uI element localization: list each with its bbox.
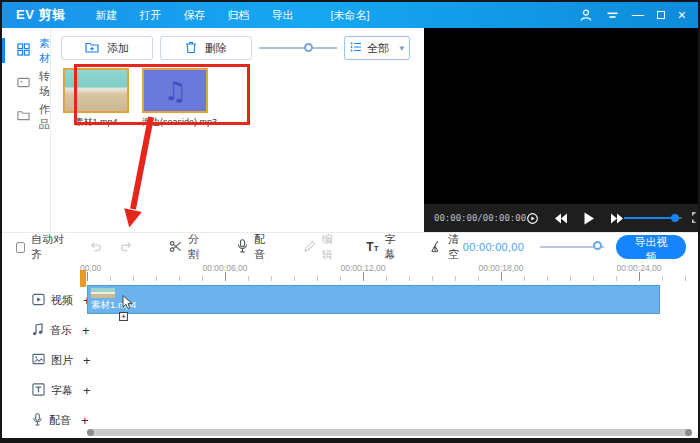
- material-cards: 素材1.mp4 ♫ 海边(seaside).mp3: [63, 68, 208, 129]
- timeline-zoom-slider[interactable]: [540, 237, 604, 257]
- text-icon: TT: [366, 240, 378, 254]
- redo-icon[interactable]: [120, 240, 133, 254]
- slider-track: [259, 47, 337, 49]
- ruler-label: 00:00:18,00: [479, 263, 524, 273]
- menu-export[interactable]: 导出: [271, 8, 293, 23]
- close-button[interactable]: ×: [678, 8, 686, 22]
- track-head: 视频 +: [32, 293, 91, 308]
- track-row-image: 图片 +: [2, 345, 698, 375]
- add-subtitle-button[interactable]: +: [83, 384, 91, 397]
- undo-icon[interactable]: [89, 240, 102, 254]
- edit-toolbar: 自动对齐 分割 配音 编辑 TT 字幕 清空 00:00:00,00: [2, 232, 698, 261]
- playhead-handle[interactable]: [80, 270, 86, 287]
- menu-open[interactable]: 打开: [139, 8, 161, 23]
- trash-icon: [185, 41, 197, 56]
- fullscreen-icon[interactable]: [692, 209, 700, 227]
- chevron-down-icon: ▾: [399, 43, 404, 53]
- timeline-clip[interactable]: 素材1.mp4 +: [87, 285, 660, 314]
- playback-controls: 00:00:00/00:00:00: [424, 204, 700, 232]
- delete-material-button[interactable]: 删除: [160, 36, 252, 60]
- playback-time: 00:00:00/00:00:00: [434, 213, 526, 223]
- dub-button[interactable]: 配音: [237, 232, 269, 262]
- pencil-icon: [303, 240, 316, 255]
- menu-new[interactable]: 新建: [95, 8, 117, 23]
- video-thumbnail: [63, 68, 129, 113]
- materials-panel: 添加 删除 全部 ▾ 素材1.mp4: [51, 28, 424, 232]
- preview-panel: 00:00:00/00:00:00: [424, 28, 700, 232]
- rewind-icon[interactable]: [554, 213, 568, 224]
- menu-save[interactable]: 保存: [183, 8, 205, 23]
- microphone-icon: [237, 239, 248, 255]
- auto-align-checkbox[interactable]: [16, 242, 25, 253]
- track-head: 音乐 +: [32, 323, 90, 338]
- export-video-button[interactable]: 导出视频: [616, 235, 686, 259]
- subtitle-button[interactable]: TT 字幕: [366, 232, 399, 262]
- track-row-subtitle: 字幕 +: [2, 375, 698, 405]
- sidebar-item-materials[interactable]: 素材: [2, 34, 50, 67]
- sidebar-item-transitions[interactable]: 转场: [2, 67, 50, 100]
- sidebar-item-label: 作品: [39, 102, 50, 132]
- loop-icon[interactable]: [526, 212, 539, 225]
- ruler-ticks[interactable]: [87, 272, 694, 281]
- sidebar-item-label: 素材: [39, 36, 50, 66]
- folder-add-icon: [85, 41, 99, 56]
- subtitle-track-icon: [32, 383, 45, 398]
- slide-icon: [17, 76, 30, 91]
- split-button[interactable]: 分割: [169, 232, 203, 262]
- filter-value: 全部: [367, 41, 389, 56]
- menu-lines-icon[interactable]: [606, 9, 619, 21]
- minimize-button[interactable]: —: [632, 9, 644, 21]
- horizontal-scrollbar[interactable]: [87, 429, 692, 436]
- add-image-button[interactable]: +: [83, 354, 91, 367]
- filter-dropdown[interactable]: 全部 ▾: [344, 36, 410, 60]
- clear-button[interactable]: 清空: [429, 232, 463, 262]
- left-sidebar: 素材 转场 作品: [2, 28, 51, 232]
- volume-thumb[interactable]: [671, 214, 679, 222]
- video-display: [424, 28, 700, 204]
- material-card-video[interactable]: 素材1.mp4: [63, 68, 129, 129]
- add-material-label: 添加: [107, 41, 129, 56]
- broom-icon: [429, 240, 442, 255]
- slider-thumb[interactable]: [593, 241, 602, 250]
- track-head: 图片 +: [32, 353, 91, 368]
- timeline-ruler[interactable]: 00,00 00:00:06,00 00:00:12,00 00:00:18,0…: [2, 261, 698, 272]
- sidebar-item-works[interactable]: 作品: [2, 100, 50, 133]
- transport-buttons: [526, 212, 624, 225]
- split-label: 分割: [188, 232, 203, 262]
- subtitle-label: 字幕: [385, 232, 400, 262]
- track-list: 视频 + 素材1.mp4 + 音乐 +: [2, 285, 698, 435]
- track-row-music: 音乐 +: [2, 315, 698, 345]
- volume-slider[interactable]: [624, 213, 682, 223]
- timeline-current-time: 00:00:00,00: [463, 241, 524, 253]
- maximize-button[interactable]: [657, 11, 665, 19]
- video-track-icon: [32, 293, 45, 308]
- clear-label: 清空: [448, 232, 463, 262]
- list-icon: [350, 41, 362, 55]
- user-icon[interactable]: [579, 8, 593, 22]
- folder-icon: [17, 109, 30, 124]
- image-track-icon: [32, 353, 45, 367]
- add-material-button[interactable]: 添加: [61, 36, 153, 60]
- track-label: 字幕: [51, 383, 73, 398]
- material-name: 海边(seaside).mp3: [142, 116, 208, 129]
- edit-label: 编辑: [322, 232, 337, 262]
- upper-area: 素材 转场 作品 添加 删除: [2, 28, 698, 232]
- grid-icon: [17, 43, 30, 58]
- delete-material-label: 删除: [205, 41, 227, 56]
- auto-align-label: 自动对齐: [31, 232, 67, 262]
- edit-button[interactable]: 编辑: [303, 232, 337, 262]
- title-bar: EV 剪辑 新建 打开 保存 归档 导出 [未命名] — ×: [2, 2, 698, 28]
- fast-forward-icon[interactable]: [610, 213, 624, 224]
- slider-thumb[interactable]: [304, 43, 313, 52]
- add-music-button[interactable]: +: [82, 324, 90, 337]
- menu-archive[interactable]: 归档: [227, 8, 249, 23]
- track-label: 配音: [49, 413, 71, 428]
- track-label: 视频: [51, 293, 73, 308]
- thumbnail-size-slider[interactable]: [259, 36, 337, 60]
- material-card-audio[interactable]: ♫ 海边(seaside).mp3: [142, 68, 208, 129]
- materials-toolbar: 添加 删除 全部 ▾: [51, 28, 424, 60]
- track-head: 字幕 +: [32, 383, 91, 398]
- play-icon[interactable]: [583, 212, 595, 225]
- ruler-label: 00:00:06,00: [203, 263, 248, 273]
- add-dub-button[interactable]: +: [81, 414, 89, 427]
